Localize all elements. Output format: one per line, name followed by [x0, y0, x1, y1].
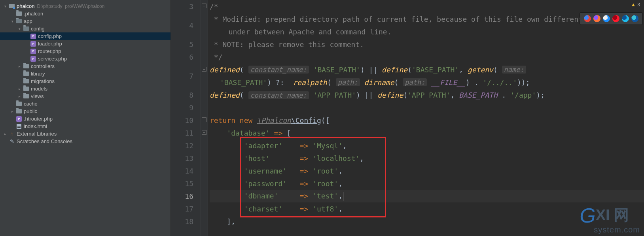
- tree-item-views[interactable]: ▸views: [0, 93, 170, 100]
- arrow-spacer: [24, 56, 29, 62]
- code-line[interactable]: /*: [210, 0, 644, 13]
- tree-item-label: index.html: [24, 123, 47, 129]
- opera-browser-icon[interactable]: [612, 15, 619, 22]
- gutter-line-number: 13: [171, 152, 193, 164]
- fold-column[interactable]: −−−−: [201, 0, 208, 236]
- gutter-line-number: 11: [171, 126, 193, 139]
- tree-item-library[interactable]: library: [0, 70, 170, 77]
- chevron-right-icon[interactable]: ▸: [2, 131, 8, 137]
- code-line[interactable]: 'database' => [: [210, 126, 644, 139]
- php-file-icon: [30, 48, 36, 55]
- code-line[interactable]: */: [210, 51, 644, 63]
- tree-item-label: cache: [24, 101, 38, 107]
- safari-browser-icon[interactable]: [603, 15, 610, 22]
- arrow-spacer: [2, 139, 8, 144]
- code-line[interactable]: 'charset' => 'utf8',: [210, 202, 644, 215]
- chevron-right-icon[interactable]: ▸: [17, 94, 22, 99]
- text-caret: [343, 192, 343, 201]
- project-tree-panel: ▾phalconD:\phpstudy_pro\WWW\phalcon.phal…: [0, 0, 171, 236]
- code-line[interactable]: 'adapter' => 'Mysql',: [210, 139, 644, 152]
- warning-count: 3: [637, 2, 640, 8]
- editor-topright-toolbar: ▲ 3: [628, 1, 642, 8]
- folder-open-icon: [23, 26, 29, 32]
- gutter-line-number: 9: [171, 101, 193, 114]
- folder-icon: [23, 86, 29, 92]
- tree-item-phalcon[interactable]: ▾phalconD:\phpstudy_pro\WWW\phalcon: [0, 2, 170, 10]
- tree-item-index-html[interactable]: index.html: [0, 123, 170, 130]
- tree-item-cache[interactable]: cache: [0, 100, 170, 108]
- chevron-down-icon[interactable]: ▾: [17, 26, 22, 32]
- fold-toggle-icon[interactable]: −: [202, 4, 206, 8]
- html-file-icon: [16, 123, 22, 130]
- tree-item-label: External Libraries: [17, 131, 57, 137]
- arrow-spacer: [17, 71, 22, 77]
- tree-item--htrouter-php[interactable]: .htrouter.php: [0, 115, 170, 123]
- gutter-line-number: 15: [171, 177, 193, 190]
- gutter-line-number: 5: [171, 38, 193, 51]
- arrow-spacer: [9, 101, 15, 107]
- folder-icon: [16, 108, 22, 115]
- folder-icon: [23, 63, 29, 70]
- code-line[interactable]: ],: [210, 215, 644, 228]
- tree-item-config[interactable]: ▾config: [0, 25, 170, 32]
- php-file-icon: [30, 41, 36, 47]
- tree-item-loader-php[interactable]: loader.php: [0, 40, 170, 47]
- tree-item-label: Scratches and Consoles: [17, 138, 72, 144]
- code-line[interactable]: 'dbname' => 'test',: [210, 190, 644, 202]
- tree-item-public[interactable]: ▸public: [0, 108, 170, 115]
- tree-item-migrations[interactable]: migrations: [0, 77, 170, 85]
- tree-item-router-php[interactable]: router.php: [0, 47, 170, 55]
- tree-item-app[interactable]: ▾app: [0, 17, 170, 25]
- arrow-spacer: [17, 79, 22, 84]
- arrow-spacer: [9, 116, 15, 122]
- tree-item-external-libraries[interactable]: ▸⑃External Libraries: [0, 130, 170, 138]
- chevron-down-icon[interactable]: ▾: [9, 19, 15, 24]
- tree-item-controllers[interactable]: ▸controllers: [0, 62, 170, 70]
- folder-icon: [16, 101, 22, 107]
- ie-browser-icon[interactable]: [622, 15, 629, 22]
- tree-item-config-php[interactable]: config.php: [0, 32, 170, 40]
- arrow-spacer: [24, 41, 29, 47]
- arrow-spacer: [9, 11, 15, 17]
- gutter-line-number: 3: [171, 0, 193, 13]
- tree-item-label: config.php: [38, 33, 62, 39]
- gutter-line-number: 14: [171, 164, 193, 177]
- edge-browser-icon[interactable]: [631, 15, 638, 22]
- fold-toggle-icon[interactable]: −: [202, 117, 206, 122]
- warning-icon: ▲: [631, 2, 636, 8]
- code-line[interactable]: 'password' => 'root',: [210, 177, 644, 190]
- scratches-icon: ✎: [9, 138, 15, 145]
- gutter-line-number: 7: [171, 63, 193, 89]
- folder-open-icon: [16, 18, 22, 25]
- firefox-browser-icon[interactable]: [593, 15, 600, 22]
- code-line[interactable]: [210, 101, 644, 114]
- tree-item-label: loader.php: [38, 41, 62, 47]
- gutter-line-number: 10: [171, 114, 193, 126]
- code-line[interactable]: * NOTE: please remove this comment.: [210, 38, 644, 51]
- code-line[interactable]: defined( constant_name: 'BASE_PATH') || …: [210, 63, 644, 89]
- chevron-down-icon[interactable]: ▾: [2, 4, 8, 9]
- fold-toggle-icon[interactable]: −: [202, 67, 206, 72]
- folder-icon: [23, 71, 29, 77]
- chevron-right-icon[interactable]: ▸: [17, 64, 22, 69]
- chevron-right-icon[interactable]: ▸: [9, 109, 15, 114]
- tree-item-models[interactable]: ▸models: [0, 85, 170, 93]
- gutter-line-number: 16: [171, 190, 193, 202]
- code-line[interactable]: * Modified: prepend directory path of cu…: [210, 13, 644, 38]
- tree-item--phalcon[interactable]: .phalcon: [0, 10, 170, 17]
- tree-item-scratches-and-consoles[interactable]: ✎Scratches and Consoles: [0, 138, 170, 145]
- code-line[interactable]: 'host' => 'localhost',: [210, 152, 644, 164]
- code-line[interactable]: defined( constant_name: 'APP_PATH') || d…: [210, 89, 644, 101]
- code-line[interactable]: return new \Phalcon\Config([: [210, 114, 644, 126]
- inspection-warning-badge[interactable]: ▲ 3: [628, 1, 642, 8]
- tree-item-label: router.php: [38, 48, 61, 54]
- gutter-line-number: 17: [171, 202, 193, 215]
- code-area[interactable]: /* * Modified: prepend directory path of…: [208, 0, 644, 236]
- code-line[interactable]: 'username' => 'root',: [210, 164, 644, 177]
- tree-item-services-php[interactable]: services.php: [0, 55, 170, 62]
- fold-toggle-icon[interactable]: −: [202, 130, 206, 135]
- chevron-right-icon[interactable]: ▸: [17, 86, 22, 92]
- gutter-line-number: 18: [171, 215, 193, 228]
- code-editor[interactable]: 3456789101112131415161718 −−−− /* * Modi…: [171, 0, 644, 236]
- chrome-browser-icon[interactable]: [584, 15, 591, 22]
